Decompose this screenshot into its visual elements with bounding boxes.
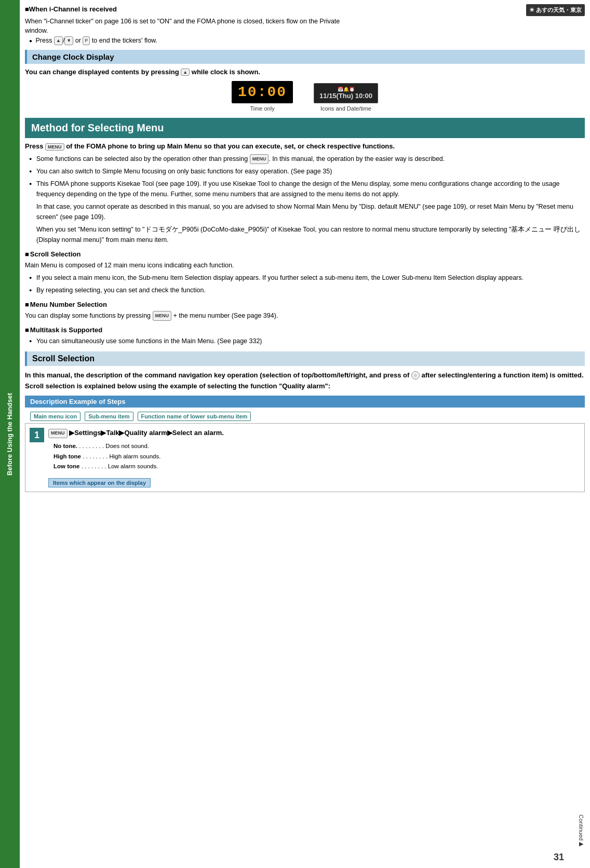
method-bullet3-cont1: In that case, you cannot operate as desc… (36, 201, 585, 222)
desc-example-section: Description Example of Steps Main menu i… (25, 396, 585, 492)
weather-text: あすの天気・東京 (536, 7, 582, 13)
ichannel-line2: window. (25, 26, 502, 36)
weather-icon: ☀ (529, 7, 534, 13)
step-1-number: 1 (30, 428, 44, 442)
continued-text: Continued▶ (578, 815, 585, 847)
method-bullet3-cont2: When you set "Menu icon setting" to "ドコモ… (36, 224, 585, 245)
notone-key: No tone. (53, 443, 77, 449)
label-function-name: Function name of lower sub-menu item (138, 412, 251, 421)
method-bullet3: This FOMA phone supports Kisekae Tool (s… (29, 179, 585, 199)
label-sub-menu: Sub-menu item (85, 412, 133, 421)
menu-number-body: You can display some functions by pressi… (25, 310, 585, 321)
menu-btn-2: MENU (250, 154, 269, 164)
hightone-key: High tone (53, 453, 81, 459)
step-1-content: MENU ▶Settings▶Talk▶Quality alarm▶Select… (48, 428, 580, 487)
step-1-items: No tone. . . . . . . . . Does not sound.… (53, 441, 580, 472)
ichannel-section: ■When i-Channel is received When "i-Chan… (25, 4, 585, 46)
press-desc: Press MENU of the FOMA phone to bring up… (25, 142, 585, 151)
step-quality: Quality alarm (124, 429, 167, 437)
time-only-display: 10:00 (232, 81, 293, 103)
scroll-selection-subheader: Scroll Selection (25, 250, 585, 258)
lowtone-val: Low alarm sounds. (108, 463, 158, 469)
notone-val: Does not sound. (105, 443, 149, 449)
step-1-command: MENU ▶Settings▶Talk▶Quality alarm▶Select… (48, 428, 580, 438)
step-item-notone: No tone. . . . . . . . . Does not sound. (53, 441, 580, 452)
hightone-val: High alarm sounds. (109, 453, 160, 459)
time-only-item: 10:00 Time only (232, 81, 293, 112)
side-tab-text: Before Using the Handset (6, 393, 15, 476)
method-bullet2: You can also switch to Simple Menu focus… (29, 166, 585, 177)
up-arrow-btn: ▲ (181, 69, 190, 76)
clock-desc: You can change displayed contents by pre… (25, 68, 585, 76)
ichannel-line1: When "i-Channel ticker" on page 106 is s… (25, 17, 502, 26)
weather-box: ☀ あすの天気・東京 (526, 4, 585, 16)
label-row: Main menu icon Sub-menu item Function na… (30, 412, 585, 421)
scroll-bullet2: By repeating selecting, you can set and … (29, 285, 585, 295)
label-main-menu: Main menu icon (30, 412, 81, 421)
ichannel-bullet1: Press ▲/▼ or P to end the tickers' flow. (29, 36, 585, 46)
ichannel-header: ■When i-Channel is received (25, 4, 502, 15)
nav-circle-btn: ○ (411, 371, 420, 379)
step-select: Select an alarm. (172, 429, 224, 437)
change-clock-section: Change Clock Display You can change disp… (25, 50, 585, 112)
icons-date-label: Icons and Date/time (320, 105, 371, 112)
desc-example-header: Description Example of Steps (25, 396, 585, 408)
down-btn: ▼ (64, 36, 73, 46)
scroll-body1: Main Menu is composed of 12 main menu ic… (25, 260, 585, 270)
scroll-section-header: Scroll Selection (25, 351, 585, 366)
scroll-section-desc: In this manual, the description of the c… (25, 370, 585, 392)
method-bullet1: Some functions can be selected also by t… (29, 154, 585, 164)
menu-btn-step: MENU (48, 429, 68, 438)
ichannel-body: ■When i-Channel is received When "i-Chan… (25, 4, 585, 46)
step-settings: Settings (74, 429, 101, 437)
step-talk: Talk (106, 429, 119, 437)
clock-images: 10:00 Time only 📅🔔⏰ 11/15(Thu) 10:00 Ico… (25, 81, 585, 112)
time-only-label: Time only (250, 105, 274, 112)
items-label-container: Items which appear on the display (48, 475, 580, 487)
items-display-label: Items which appear on the display (48, 478, 151, 487)
scroll-bullet1: If you select a main menu icon, the Sub-… (29, 273, 585, 283)
up-btn: ▲ (54, 36, 63, 46)
change-clock-header: Change Clock Display (25, 50, 585, 64)
menu-number-subheader: Menu Number Selection (25, 301, 585, 308)
method-menu-section: Method for Selecting Menu Press MENU of … (25, 118, 585, 346)
hightone-dots: . . . . . . . . (83, 453, 108, 459)
step-item-hightone: High tone . . . . . . . . High alarm sou… (53, 452, 580, 462)
icons-date-text: 11/15(Thu) 10:00 (319, 92, 372, 100)
lowtone-key: Low tone (53, 463, 79, 469)
icons-date-display: 📅🔔⏰ 11/15(Thu) 10:00 (314, 83, 378, 103)
page-number: 31 (554, 852, 564, 863)
menu-btn-3: MENU (153, 311, 172, 320)
lowtone-dots: . . . . . . . . (82, 463, 106, 469)
icons-date-item: 📅🔔⏰ 11/15(Thu) 10:00 Icons and Date/time (314, 83, 378, 112)
p-btn: P (83, 36, 90, 46)
multitask-subheader: Multitask is Supported (25, 326, 585, 334)
notone-dots: . . . . . . . . (79, 443, 104, 449)
side-tab: Before Using the Handset (0, 0, 20, 868)
step-item-lowtone: Low tone . . . . . . . . Low alarm sound… (53, 462, 580, 472)
main-content: ■When i-Channel is received When "i-Chan… (20, 0, 590, 868)
multitask-bullet: You can simultaneously use some function… (29, 336, 585, 346)
scroll-selection-section: Scroll Selection In this manual, the des… (25, 351, 585, 492)
menu-btn-1: MENU (45, 143, 64, 151)
step-1-container: 1 MENU ▶Settings▶Talk▶Quality alarm▶Sele… (25, 423, 585, 492)
method-menu-header: Method for Selecting Menu (25, 118, 585, 138)
